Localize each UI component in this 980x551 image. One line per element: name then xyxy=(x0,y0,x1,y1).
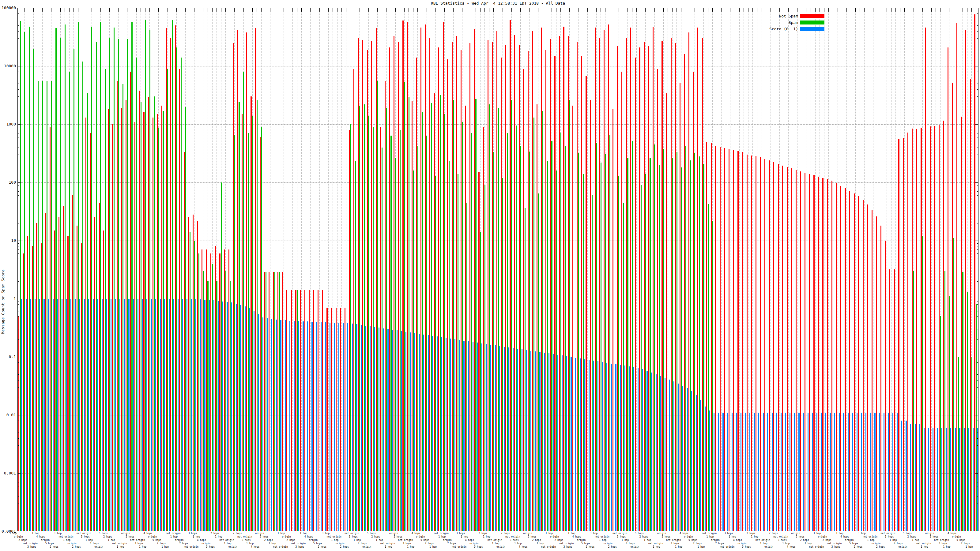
right-axis-tick xyxy=(977,75,978,75)
bar-not-spam xyxy=(970,79,971,531)
bar-score-0-1 xyxy=(874,413,875,531)
bar-spam xyxy=(51,81,52,531)
top-tick xyxy=(449,8,449,12)
bar-not-spam xyxy=(805,173,805,531)
bar-not-spam xyxy=(326,308,328,531)
vertical-gridline xyxy=(283,8,284,531)
bar-not-spam xyxy=(309,290,310,531)
top-tick xyxy=(462,8,463,12)
x-tick-label: net origin xyxy=(827,542,842,545)
x-tick-label: net origin xyxy=(452,546,466,548)
right-axis-tick xyxy=(977,340,978,340)
bar-score-0-1 xyxy=(535,351,536,531)
right-axis-tick xyxy=(977,264,978,264)
x-tick-label: 1 hop xyxy=(430,546,437,548)
bar-not-spam xyxy=(233,43,234,531)
top-tick xyxy=(757,8,757,12)
bar-not-spam xyxy=(939,125,940,531)
bar-score-0-1 xyxy=(227,302,228,531)
bar-not-spam xyxy=(166,28,167,531)
x-tick-label: 1 hop xyxy=(965,546,973,548)
bar-spam xyxy=(498,108,499,531)
x-tick-label: 5 hops xyxy=(581,542,590,545)
top-tick xyxy=(529,8,530,12)
x-tick-label: origin xyxy=(952,535,961,538)
bar-spam xyxy=(551,141,552,531)
x-tick-label: 2 hops xyxy=(264,539,273,541)
top-tick xyxy=(708,8,708,12)
vertical-gridline xyxy=(668,8,668,531)
top-tick xyxy=(324,8,324,12)
bar-spam xyxy=(96,42,97,531)
bar-not-spam xyxy=(822,178,823,531)
bar-spam xyxy=(958,357,959,531)
bar-score-0-1 xyxy=(52,299,54,531)
top-tick xyxy=(422,8,422,12)
x-tick-label: net origin xyxy=(880,532,895,535)
bar-score-0-1 xyxy=(84,299,85,531)
x-tick-label: 1 hop xyxy=(108,539,115,541)
bar-not-spam xyxy=(760,157,761,531)
top-tick xyxy=(208,8,208,12)
x-tick-label: net origin xyxy=(166,532,181,535)
bar-not-spam xyxy=(711,143,712,531)
left-axis-tick xyxy=(18,49,19,49)
bar-not-spam xyxy=(800,171,801,531)
bar-spam xyxy=(976,304,977,531)
bar-score-0-1 xyxy=(848,413,849,531)
x-tick-label: 1 hop xyxy=(224,542,231,545)
bar-spam xyxy=(400,130,401,531)
bar-spam xyxy=(623,203,624,531)
right-axis-tick xyxy=(977,311,978,312)
x-tick-label: origin xyxy=(550,535,559,538)
left-axis-tick xyxy=(18,107,19,107)
left-axis-tick xyxy=(18,31,19,32)
x-tick-label: 4 hops xyxy=(251,546,260,548)
x-tick-label: net origin xyxy=(130,539,145,541)
bar-not-spam xyxy=(456,36,457,531)
bar-score-0-1 xyxy=(450,338,451,531)
bar-spam xyxy=(596,143,597,531)
x-tick-label: net origin xyxy=(345,532,359,535)
bar-spam xyxy=(618,176,619,531)
left-axis-tick xyxy=(18,188,19,188)
top-tick xyxy=(547,8,547,12)
bar-score-0-1 xyxy=(504,347,505,531)
top-tick xyxy=(83,8,83,12)
bar-not-spam xyxy=(514,35,515,531)
top-tick xyxy=(712,8,713,12)
bar-score-0-1 xyxy=(865,413,866,531)
vertical-gridline xyxy=(587,8,588,531)
bar-spam xyxy=(654,144,655,531)
bar-score-0-1 xyxy=(406,332,406,531)
bar-score-0-1 xyxy=(566,356,567,531)
x-tick-label: 1 hop xyxy=(813,532,821,535)
x-tick-label: 5 hops xyxy=(153,539,161,541)
bar-not-spam xyxy=(67,236,68,531)
bar-spam xyxy=(154,97,155,531)
bar-score-0-1 xyxy=(937,428,938,531)
bar-not-spam xyxy=(510,20,511,531)
bar-not-spam xyxy=(32,246,33,531)
bar-spam xyxy=(507,133,508,531)
bar-not-spam xyxy=(63,206,64,531)
bar-spam xyxy=(962,272,963,531)
x-tick-label: 4 hops xyxy=(304,535,313,538)
right-axis-tick xyxy=(975,241,978,241)
right-axis-tick xyxy=(977,188,978,188)
vertical-gridline xyxy=(855,8,856,531)
x-axis-tick-labels: 1 hoporigin2 hopsnet origin3 hops1 hop4 … xyxy=(0,532,980,551)
top-tick xyxy=(587,8,588,12)
bar-spam xyxy=(65,24,65,531)
bar-score-0-1 xyxy=(754,413,755,531)
bar-not-spam xyxy=(590,100,591,531)
x-tick-label: origin xyxy=(818,535,827,538)
x-tick-label: 1 hop xyxy=(805,542,812,545)
bar-not-spam xyxy=(907,133,908,531)
bar-score-0-1 xyxy=(624,365,625,531)
x-tick-label: 5 hops xyxy=(689,539,697,541)
bar-not-spam xyxy=(872,210,872,531)
bar-score-0-1 xyxy=(732,413,733,531)
top-tick xyxy=(92,8,92,12)
bar-spam xyxy=(91,27,92,531)
